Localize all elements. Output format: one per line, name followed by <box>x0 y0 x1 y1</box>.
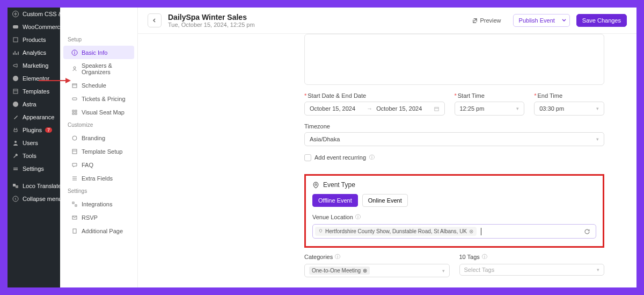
woo-icon <box>12 23 19 31</box>
help-icon[interactable]: ⓘ <box>355 213 361 221</box>
event-type-section: Event Type Offline Event Online Event Ve… <box>304 174 604 248</box>
category-chip: One-to-One Meeting⊗ <box>309 267 370 275</box>
refresh-icon[interactable] <box>584 228 590 235</box>
wp-item-marketing[interactable]: Marketing <box>8 59 60 72</box>
chip-remove[interactable]: ⊗ <box>363 268 367 274</box>
wp-item-settings[interactable]: Settings <box>8 162 60 175</box>
calendar-icon <box>434 106 440 112</box>
sub-label: Visual Seat Map <box>82 109 125 116</box>
wp-item-label: Analytics <box>23 49 46 56</box>
sub-branding[interactable]: Branding <box>63 131 134 145</box>
wp-item-users[interactable]: Users <box>8 136 60 149</box>
recurring-checkbox[interactable] <box>304 154 311 161</box>
end-time-select[interactable]: 03:30 pm▾ <box>534 102 604 116</box>
event-type-title: Event Type <box>312 181 596 189</box>
astra-icon <box>12 100 19 108</box>
sub-template[interactable]: Template Setup <box>63 145 134 158</box>
sub-label: Integrations <box>82 201 112 207</box>
preview-button[interactable]: Preview <box>466 15 506 26</box>
recurring-row[interactable]: Add event recurring ⓘ <box>304 154 604 161</box>
wp-item-label: Collapse menu <box>23 196 60 202</box>
wrench-icon <box>12 152 19 160</box>
svg-point-3 <box>13 76 18 81</box>
svg-point-7 <box>14 141 17 143</box>
translate-icon <box>12 182 19 190</box>
speakers-icon <box>71 66 78 73</box>
save-button[interactable]: Save Changes <box>576 14 627 27</box>
categories-select[interactable]: One-to-One Meeting⊗ ▾ <box>304 264 450 277</box>
megaphone-icon <box>12 62 19 69</box>
sub-label: Speakers & Organizers <box>82 62 127 75</box>
tab-online[interactable]: Online Event <box>362 194 408 207</box>
back-button[interactable] <box>148 13 162 27</box>
wp-item-products[interactable]: Products <box>8 33 60 46</box>
text-cursor <box>481 228 481 235</box>
venue-input[interactable]: Hertfordshire County Show, Dunstable Roa… <box>312 224 596 239</box>
wp-item-analytics[interactable]: Analytics <box>8 46 60 59</box>
svg-point-12 <box>13 196 18 202</box>
wp-item-astra[interactable]: Astra <box>8 98 60 111</box>
wp-item-templates[interactable]: Templates <box>8 85 60 98</box>
sub-faq[interactable]: FAQ <box>63 158 134 171</box>
wp-item-appearance[interactable]: Appearance <box>8 111 60 124</box>
sub-basic-info[interactable]: Basic Info <box>63 46 134 59</box>
sub-extrafields[interactable]: Extra Fields <box>63 171 134 185</box>
chevron-down-icon: ▾ <box>596 106 599 111</box>
start-time-select[interactable]: 12:25 pm▾ <box>455 102 525 116</box>
preview-label: Preview <box>480 17 501 24</box>
date-separator: → <box>367 105 372 112</box>
wp-item-label: Templates <box>23 88 49 95</box>
publish-button[interactable]: Publish Event <box>513 14 561 27</box>
save-label: Save Changes <box>582 17 621 24</box>
wp-item-loco[interactable]: Loco Translate <box>8 179 60 192</box>
wp-item-collapse[interactable]: Collapse menu <box>8 192 60 205</box>
publish-dropdown[interactable] <box>559 14 570 27</box>
chip-remove[interactable]: ⊗ <box>469 228 473 234</box>
sub-tickets[interactable]: Tickets & Pricing <box>63 92 134 105</box>
sub-speakers[interactable]: Speakers & Organizers <box>63 59 134 78</box>
sub-seatmap[interactable]: Visual Seat Map <box>63 105 134 119</box>
wp-item-label: Elementor <box>23 75 49 82</box>
wp-item-plugins[interactable]: Plugins7 <box>8 124 60 136</box>
info-icon <box>71 49 78 56</box>
sub-integrations[interactable]: Integrations <box>63 197 134 211</box>
recurring-label: Add event recurring <box>314 154 366 161</box>
sub-additional[interactable]: Additional Page <box>63 224 134 238</box>
svg-rect-22 <box>75 110 77 112</box>
wp-item-woocommerce[interactable]: WooCommerce <box>8 20 60 33</box>
help-icon[interactable]: ⓘ <box>482 253 487 261</box>
page-icon <box>71 227 78 234</box>
help-icon[interactable]: ⓘ <box>369 154 375 161</box>
svg-rect-31 <box>72 202 74 204</box>
date-range-input[interactable]: October 15, 2024 → October 15, 2024 <box>304 102 445 116</box>
tab-offline[interactable]: Offline Event <box>312 194 358 207</box>
categories-label: Categoriesⓘ <box>304 253 450 261</box>
timezone-select[interactable]: Asia/Dhaka▾ <box>304 132 604 146</box>
tags-select[interactable]: Select Tags ▾ <box>459 264 605 276</box>
integrations-icon <box>71 200 78 207</box>
group-settings: Settings <box>60 185 137 197</box>
svg-rect-4 <box>13 89 18 93</box>
start-time-label: *Start Time <box>455 92 525 99</box>
gear-icon <box>12 165 19 172</box>
help-icon[interactable]: ⓘ <box>335 253 340 261</box>
faq-icon <box>71 161 78 168</box>
templates-icon <box>12 88 19 95</box>
description-box[interactable] <box>304 34 604 85</box>
wp-item-label: Settings <box>23 166 44 172</box>
box-icon <box>12 36 19 44</box>
sub-rsvp[interactable]: RSVP <box>63 211 134 224</box>
sub-schedule[interactable]: Schedule <box>63 78 134 92</box>
wp-item-label: WooCommerce <box>23 24 60 30</box>
sub-label: RSVP <box>82 214 98 221</box>
venue-chip-text: Hertfordshire County Show, Dunstable Roa… <box>325 228 467 234</box>
wp-item-elementor[interactable]: Elementor <box>8 72 60 85</box>
user-icon <box>12 139 19 147</box>
svg-rect-9 <box>13 169 18 170</box>
sub-label: Tickets & Pricing <box>82 96 126 102</box>
sub-label: FAQ <box>82 162 93 168</box>
wp-item-label: Loco Translate <box>23 183 60 189</box>
wp-item-custom-css[interactable]: Custom CSS & JS <box>8 8 60 20</box>
form-content: *Start Date & End Date October 15, 2024 … <box>138 34 636 287</box>
wp-item-tools[interactable]: Tools <box>8 149 60 162</box>
